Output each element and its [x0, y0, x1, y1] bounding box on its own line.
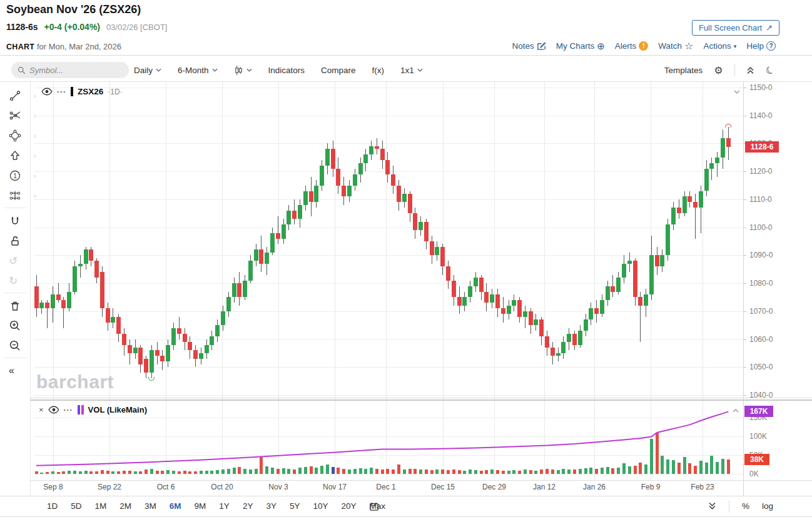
collapse-toolbar-icon[interactable] [746, 66, 754, 74]
expressions-button[interactable]: f(x) [372, 66, 385, 75]
chart-toolbar: Daily 6-Month Indicators Compare f(x) 1x… [0, 59, 812, 81]
candle-body [248, 261, 253, 280]
magnet-mode[interactable] [9, 213, 28, 229]
collapse-price-pane-icon[interactable] [733, 89, 741, 94]
zoom-in-button[interactable] [9, 318, 28, 334]
trendline-tool[interactable]: › [9, 88, 28, 104]
range-button-1d[interactable]: 1D [47, 501, 58, 511]
candle-body [567, 334, 571, 342]
delete-drawings-button[interactable] [9, 298, 28, 314]
range-button-5d[interactable]: 5D [71, 501, 81, 511]
candle-body [150, 350, 154, 373]
dark-mode-moon-icon[interactable]: ☾ [763, 63, 776, 77]
fibonacci-tool[interactable]: › [9, 108, 28, 124]
settings-gear-icon[interactable]: ⚙ [714, 64, 723, 76]
range-button-5y[interactable]: 5Y [290, 501, 300, 511]
candle-body [561, 342, 566, 353]
redo-button[interactable]: ↻ [9, 273, 28, 289]
candle-body [100, 272, 104, 308]
undo-button[interactable]: ↺ [9, 253, 28, 269]
zoom-out-button[interactable] [9, 338, 28, 354]
candle-body [45, 303, 49, 308]
range-button-2y[interactable]: 2Y [243, 501, 253, 511]
range-dropdown[interactable]: 6-Month [178, 66, 218, 75]
range-button-20y[interactable]: 20Y [341, 501, 356, 511]
range-button-3y[interactable]: 3Y [266, 501, 277, 511]
candle-body [649, 255, 654, 294]
date-axis-label: Oct 20 [203, 483, 241, 491]
candle-body [683, 196, 687, 213]
volume-study-name: VOL (LikeMain) [88, 405, 147, 414]
candle-body [78, 264, 83, 266]
svg-text:1: 1 [13, 173, 17, 179]
collapse-sidebar-button[interactable]: « [9, 363, 28, 379]
range-button-1m[interactable]: 1M [95, 501, 107, 511]
full-screen-chart-button[interactable]: Full Screen Chart ↗ [692, 20, 779, 36]
chart-type-dropdown[interactable] [234, 65, 252, 76]
footer-bottom-border [0, 516, 812, 517]
series-color-bar [71, 87, 73, 96]
shapes-tool[interactable]: › [9, 128, 28, 144]
range-button-3m[interactable]: 3M [145, 501, 156, 511]
candle-body [457, 297, 462, 305]
watch-link[interactable]: Watch ☆ [658, 40, 693, 52]
grid-layout-dropdown[interactable]: 1x1 [400, 66, 423, 75]
candle-body [638, 297, 642, 305]
remove-study-icon[interactable]: × [39, 405, 44, 414]
price-axis-label: 1090-0 [749, 251, 773, 259]
symbol-search-input[interactable] [29, 66, 117, 75]
range-button-10y[interactable]: 10Y [313, 501, 328, 511]
candle-body [363, 154, 368, 163]
notes-pencil-icon [537, 41, 546, 51]
my-charts-link[interactable]: My Charts ⊕ [556, 41, 605, 52]
range-button-1y[interactable]: 1Y [219, 501, 230, 511]
range-button-2m[interactable]: 2M [119, 501, 131, 511]
chart-application: Soybean Nov '26 (ZSX26) 1128-6s +0-4 (+0… [0, 0, 812, 527]
visibility-eye-icon[interactable] [41, 88, 53, 96]
candle-body [616, 278, 621, 291]
pane-separator-handle[interactable] [30, 399, 812, 401]
candle-body [193, 350, 198, 358]
date-axis-label: Dec 1 [367, 483, 405, 491]
candle-body [320, 166, 324, 185]
candle-body [666, 224, 670, 255]
candle-body [551, 348, 555, 356]
unlock-drawings[interactable] [9, 233, 28, 249]
percent-scale-button[interactable]: % [742, 501, 749, 511]
h-gridline [34, 339, 743, 340]
symbol-search[interactable] [11, 62, 129, 78]
candle-body [94, 261, 99, 278]
volume-last-badge: 38K [744, 454, 769, 465]
visibility-eye-icon[interactable] [48, 406, 59, 414]
collapse-volume-pane-icon[interactable] [732, 408, 739, 413]
compare-button[interactable]: Compare [321, 66, 356, 75]
candle-body [237, 283, 241, 297]
help-link[interactable]: Help ? [746, 41, 776, 51]
period-dropdown[interactable]: Daily [134, 66, 161, 75]
log-scale-button[interactable]: log [762, 501, 773, 511]
number-annotation-tool[interactable]: 1 › [9, 168, 28, 184]
calendar-icon[interactable] [369, 501, 379, 511]
candle-body [133, 348, 138, 353]
price-axis-label: 1150-0 [749, 83, 772, 92]
parallel-lines-tool[interactable]: › [9, 188, 28, 204]
candle-body [380, 149, 385, 160]
notes-link[interactable]: Notes [512, 41, 546, 51]
price-axis-label: 1050-0 [749, 363, 773, 371]
series-menu-icon[interactable]: ··· [57, 88, 66, 96]
candle-body [84, 249, 88, 263]
indicators-button[interactable]: Indicators [268, 66, 305, 75]
range-button-9m[interactable]: 9M [195, 501, 206, 511]
actions-menu[interactable]: Actions ▾ [703, 41, 736, 51]
collapse-footer-icon[interactable] [708, 502, 716, 510]
study-menu-icon[interactable]: ··· [64, 406, 73, 414]
candle-body [51, 294, 55, 308]
candle-wick [717, 152, 718, 177]
templates-button[interactable]: Templates [664, 66, 703, 75]
candle-body [276, 233, 280, 239]
range-button-6m[interactable]: 6M [170, 501, 181, 511]
alerts-link[interactable]: Alerts ! [615, 41, 649, 51]
arrow-annotation-tool[interactable]: › [9, 148, 28, 164]
legend-interval: ·1D· [108, 88, 122, 96]
candle-body [221, 311, 225, 325]
